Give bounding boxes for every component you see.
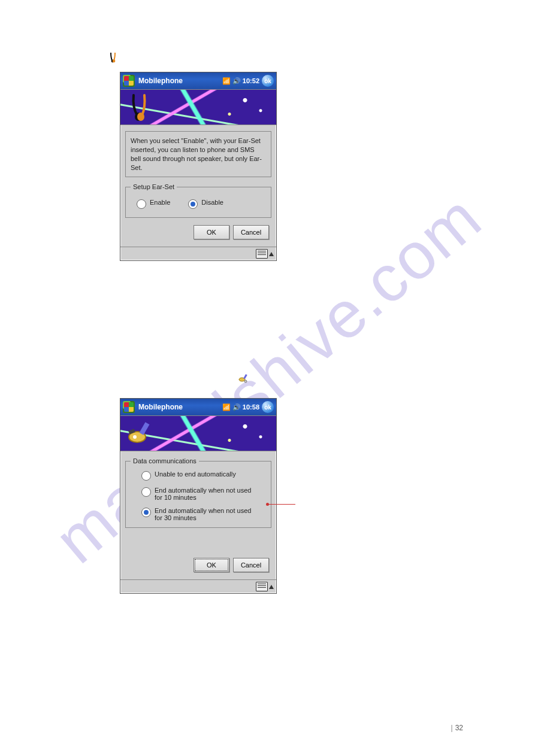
- earset-icon: [108, 51, 120, 63]
- cancel-button[interactable]: Cancel: [233, 558, 269, 572]
- banner: [120, 415, 276, 451]
- sip-up-icon[interactable]: [269, 252, 274, 256]
- group-legend: Data communications: [131, 457, 199, 464]
- radio-enable[interactable]: Enable: [137, 199, 170, 209]
- radio-unable-end[interactable]: Unable to end automatically: [141, 470, 266, 481]
- titlebar: Mobilephone 10:52 ok: [120, 72, 276, 89]
- ok-button[interactable]: ok: [262, 401, 274, 413]
- start-icon[interactable]: [123, 401, 135, 413]
- svg-rect-5: [243, 374, 247, 379]
- satellite-icon: [238, 372, 250, 384]
- input-panel-bar: [120, 247, 276, 260]
- titlebar: Mobilephone 10:58 ok: [120, 399, 276, 415]
- ok-button[interactable]: OK: [194, 225, 229, 239]
- radio-end-10min[interactable]: End automatically when not used for 10 m…: [141, 487, 266, 501]
- svg-point-6: [244, 380, 247, 382]
- data-comm-group: Data communications Unable to end automa…: [125, 457, 271, 528]
- start-icon[interactable]: [123, 75, 135, 87]
- status-area: 10:58: [222, 403, 259, 411]
- ok-button[interactable]: ok: [262, 75, 274, 87]
- setup-earset-group: Setup Ear-Set Enable Disable: [125, 183, 271, 218]
- sip-up-icon[interactable]: [269, 585, 274, 589]
- signal-icon: [222, 77, 231, 85]
- keyboard-icon[interactable]: [256, 582, 268, 591]
- radio-label-3: End automatically when not used for 30 m…: [155, 507, 256, 521]
- info-text: When you select "Enable", with your Ear-…: [131, 136, 266, 172]
- clock: 10:58: [243, 403, 259, 411]
- svg-point-1: [113, 60, 116, 63]
- svg-point-10: [133, 435, 137, 439]
- input-panel-bar: [120, 579, 276, 593]
- radio-end-30min[interactable]: End automatically when not used for 30 m…: [141, 507, 266, 521]
- svg-point-3: [137, 113, 144, 121]
- group-legend: Setup Ear-Set: [131, 183, 177, 190]
- radio-label-1: Unable to end automatically: [155, 470, 236, 478]
- radio-enable-label: Enable: [150, 199, 170, 206]
- signal-icon: [222, 403, 231, 411]
- callout-line: [269, 504, 295, 505]
- window-title: Mobilephone: [138, 77, 222, 85]
- svg-rect-8: [140, 422, 150, 435]
- status-area: 10:52: [222, 77, 259, 85]
- screenshot-earset: Mobilephone 10:52 ok When you sele: [120, 72, 277, 261]
- cancel-button[interactable]: Cancel: [233, 225, 269, 239]
- window-title: Mobilephone: [138, 403, 222, 411]
- keyboard-icon[interactable]: [256, 249, 268, 259]
- info-panel: When you select "Enable", with your Ear-…: [125, 131, 271, 177]
- screenshot-datacomm: Mobilephone 10:58 ok Data communic: [120, 398, 277, 594]
- speaker-icon: [232, 77, 241, 85]
- radio-disable-label: Disable: [201, 199, 223, 206]
- speaker-icon: [232, 403, 241, 411]
- banner-earset-icon: [126, 93, 156, 122]
- banner: [120, 89, 276, 125]
- banner-satellite-icon: [126, 419, 156, 448]
- radio-disable[interactable]: Disable: [188, 199, 223, 209]
- page-number: |32: [451, 724, 463, 732]
- radio-label-2: End automatically when not used for 10 m…: [155, 487, 256, 501]
- clock: 10:52: [243, 77, 259, 84]
- ok-button[interactable]: OK: [194, 558, 229, 572]
